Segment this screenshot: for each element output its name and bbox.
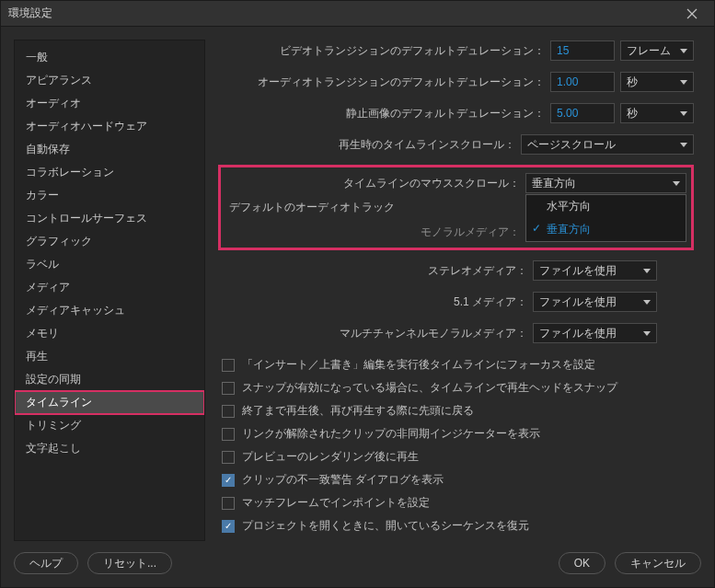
checkbox-row: スナップが有効になっている場合に、タイムラインで再生ヘッドをスナップ (218, 376, 694, 399)
input-audio-transition[interactable] (550, 72, 615, 92)
close-button[interactable] (677, 1, 707, 26)
checkbox-label: 終了まで再生後、再び再生する際に先頭に戻る (242, 403, 474, 419)
sidebar-item[interactable]: アピアランス (15, 69, 204, 92)
checkbox[interactable] (222, 520, 235, 533)
ok-button[interactable]: OK (559, 552, 605, 574)
checkbox[interactable] (222, 497, 235, 510)
row-still-image: 静止画像のデフォルトデュレーション： 秒 (218, 102, 694, 124)
footer: ヘルプ リセット... OK キャンセル (1, 541, 714, 587)
sidebar-item[interactable]: カラー (15, 184, 204, 207)
chevron-down-icon (680, 111, 687, 116)
select-value: ページスクロール (527, 137, 616, 153)
row-audio-transition: オーディオトランジションのデフォルトデュレーション： 秒 (218, 71, 694, 93)
sidebar-item[interactable]: グラフィック (15, 230, 204, 253)
sidebar-item[interactable]: 再生 (15, 345, 204, 368)
sidebar-item[interactable]: コラボレーション (15, 161, 204, 184)
checkbox-label: プレビューのレンダリング後に再生 (242, 449, 419, 465)
sidebar-item[interactable]: 一般 (15, 46, 204, 69)
sidebar-item[interactable]: 自動保存 (15, 138, 204, 161)
checkbox-label: 「インサート／上書き」編集を実行後タイムラインにフォーカスを設定 (242, 357, 595, 373)
select-playback-scroll[interactable]: ページスクロール (521, 134, 694, 155)
select-audio-transition-unit[interactable]: 秒 (620, 72, 694, 92)
row-playback-scroll: 再生時のタイムラインスクロール： ページスクロール (218, 133, 694, 156)
checkbox-row: 「インサート／上書き」編集を実行後タイムラインにフォーカスを設定 (218, 353, 694, 376)
dropdown-option-horizontal[interactable]: 水平方向 (526, 195, 686, 218)
label-audio-transition: オーディオトランジションのデフォルトデュレーション： (258, 75, 545, 90)
sidebar-item[interactable]: メモリ (15, 322, 204, 345)
checkbox[interactable] (222, 382, 235, 395)
sidebar-item[interactable]: トリミング (15, 414, 204, 437)
row-51-media: 5.1 メディア： ファイルを使用 (218, 291, 694, 313)
checkbox-label: プロジェクトを開くときに、開いているシーケンスを復元 (242, 518, 529, 534)
chevron-down-icon (680, 49, 687, 53)
select-51-media[interactable]: ファイルを使用 (533, 292, 657, 312)
preferences-dialog: 環境設定 一般アピアランスオーディオオーディオハードウェア自動保存コラボレーショ… (0, 0, 715, 588)
select-stereo-media[interactable]: ファイルを使用 (533, 260, 657, 281)
chevron-down-icon (643, 331, 651, 336)
label-mouse-scroll: タイムラインのマウススクロール： (343, 176, 520, 191)
select-value: 秒 (627, 106, 638, 121)
select-value: ファイルを使用 (539, 294, 617, 310)
row-multichannel-media: マルチチャンネルモノラルメディア： ファイルを使用 (218, 322, 694, 344)
close-icon (686, 8, 698, 19)
select-value: フレーム (627, 43, 671, 59)
checkbox[interactable] (222, 428, 235, 441)
select-mouse-scroll[interactable]: 垂直方向 水平方向 垂直方向 (525, 173, 686, 193)
checkbox[interactable] (222, 405, 235, 418)
label-still-image: 静止画像のデフォルトデュレーション： (346, 106, 545, 121)
sidebar-item[interactable]: オーディオハードウェア (15, 115, 204, 138)
titlebar: 環境設定 (1, 1, 714, 27)
label-mono-media: モノラルメディア： (421, 225, 520, 240)
chevron-down-icon (643, 300, 651, 305)
checkbox[interactable] (222, 359, 235, 372)
checkbox-label: リンクが解除されたクリップの非同期インジケーターを表示 (242, 426, 540, 442)
select-video-transition-unit[interactable]: フレーム (620, 40, 694, 61)
sidebar-item[interactable]: オーディオ (15, 92, 204, 115)
help-button[interactable]: ヘルプ (14, 552, 78, 574)
sidebar-item[interactable]: 文字起こし (15, 437, 204, 460)
label-audio-track-group: デフォルトのオーディオトラック (225, 200, 395, 215)
cancel-button[interactable]: キャンセル (615, 552, 701, 574)
reset-button[interactable]: リセット... (87, 552, 172, 574)
sidebar: 一般アピアランスオーディオオーディオハードウェア自動保存コラボレーションカラーコ… (14, 40, 205, 541)
body-area: 一般アピアランスオーディオオーディオハードウェア自動保存コラボレーションカラーコ… (1, 27, 714, 541)
sidebar-item[interactable]: メディアキャッシュ (15, 299, 204, 322)
checkbox-label: スナップが有効になっている場合に、タイムラインで再生ヘッドをスナップ (242, 380, 617, 396)
select-multichannel-media[interactable]: ファイルを使用 (533, 323, 657, 343)
sidebar-item[interactable]: ラベル (15, 253, 204, 276)
chevron-down-icon (643, 269, 651, 273)
input-video-transition[interactable] (550, 40, 615, 61)
sidebar-item[interactable]: 設定の同期 (15, 368, 204, 391)
select-value: 垂直方向 (532, 176, 576, 191)
checkbox-row: プロジェクトを開くときに、開いているシーケンスを復元 (218, 514, 694, 537)
sidebar-item[interactable]: メディア (15, 276, 204, 299)
sidebar-item[interactable]: タイムライン (15, 391, 204, 414)
main-panel: ビデオトランジションのデフォルトデュレーション： フレーム オーディオトランジシ… (218, 40, 701, 541)
input-still-image[interactable] (550, 103, 615, 123)
checkbox-row: クリップの不一致警告 ダイアログを表示 (218, 468, 694, 491)
row-stereo-media: ステレオメディア： ファイルを使用 (218, 259, 694, 282)
sidebar-item[interactable]: コントロールサーフェス (15, 207, 204, 230)
highlight-mouse-scroll: タイムラインのマウススクロール： 垂直方向 水平方向 垂直方向 デフォルトのオー… (218, 165, 694, 250)
checkbox-group: 「インサート／上書き」編集を実行後タイムラインにフォーカスを設定スナップが有効に… (218, 353, 694, 537)
chevron-down-icon (673, 181, 680, 186)
dropdown-option-vertical[interactable]: 垂直方向 (526, 218, 686, 241)
checkbox-label: クリップの不一致警告 ダイアログを表示 (242, 472, 444, 488)
checkbox-row: マッチフレームでインポイントを設定 (218, 491, 694, 514)
row-mouse-scroll: タイムラインのマウススクロール： 垂直方向 水平方向 垂直方向 (225, 172, 686, 194)
label-multichannel-media: マルチチャンネルモノラルメディア： (340, 326, 527, 341)
select-value: ファイルを使用 (539, 263, 617, 279)
label-playback-scroll: 再生時のタイムラインスクロール： (339, 137, 515, 153)
checkbox-row: 終了まで再生後、再び再生する際に先頭に戻る (218, 399, 694, 422)
checkbox[interactable] (222, 474, 235, 487)
dropdown-mouse-scroll: 水平方向 垂直方向 (525, 194, 686, 242)
row-video-transition: ビデオトランジションのデフォルトデュレーション： フレーム (218, 40, 694, 62)
select-still-image-unit[interactable]: 秒 (620, 103, 694, 123)
chevron-down-icon (680, 143, 687, 147)
select-value: 秒 (627, 75, 638, 90)
checkbox[interactable] (222, 451, 235, 464)
label-video-transition: ビデオトランジションのデフォルトデュレーション： (280, 43, 545, 59)
label-51-media: 5.1 メディア： (454, 294, 527, 310)
dialog-title: 環境設定 (8, 6, 677, 21)
label-stereo-media: ステレオメディア： (428, 263, 527, 279)
